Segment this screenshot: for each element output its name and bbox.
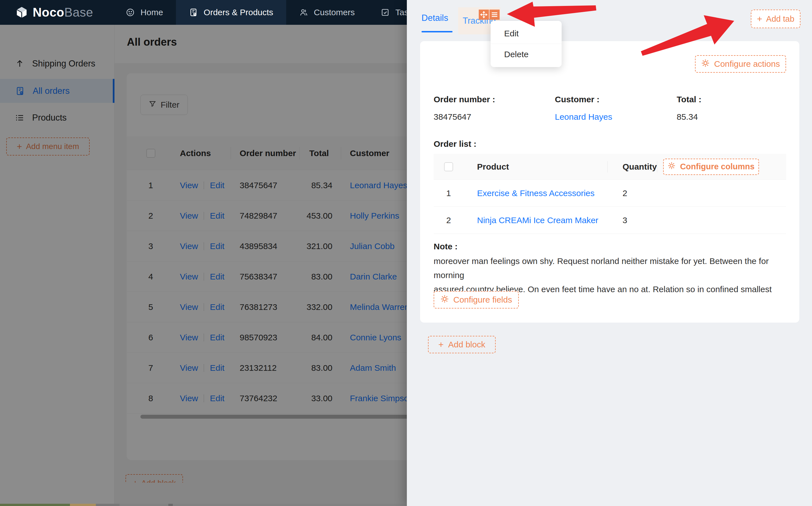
configure-fields-button[interactable]: Configure fields — [434, 291, 519, 309]
add-tab-label: Add tab — [766, 14, 794, 24]
gear-icon — [668, 162, 675, 172]
tab-details[interactable]: Details — [422, 13, 448, 23]
configure-fields-label: Configure fields — [453, 295, 512, 305]
drag-handle-icon[interactable] — [479, 10, 489, 20]
field-label: Total : — [677, 95, 702, 104]
quantity-cell: 3 — [607, 216, 657, 225]
field-total: Total : 85.34 — [677, 95, 702, 122]
nav-item-label: Home — [140, 8, 163, 17]
quantity-cell: 2 — [607, 188, 657, 198]
details-card: Configure actions Order number : 3847564… — [420, 41, 799, 323]
product-link[interactable]: Ninja CREAMi Ice Cream Maker — [477, 216, 598, 225]
configure-columns-label: Configure columns — [680, 162, 754, 171]
nav-item-orders-products[interactable]: Orders & Products — [176, 0, 286, 25]
brand-name-light: Base — [64, 5, 93, 19]
column-header-quantity: Quantity — [607, 154, 657, 179]
plus-icon: + — [438, 340, 444, 349]
row-index: 2 — [434, 216, 463, 225]
product-link[interactable]: Exercise & Fitness Accessories — [477, 188, 595, 198]
nav-item-label: Customers — [314, 8, 355, 17]
brand-name-bold: Noco — [33, 5, 64, 19]
nocobase-logo-icon — [15, 6, 28, 19]
wallpaper-sliver-tan — [70, 504, 96, 506]
field-value: 38475647 — [434, 112, 495, 122]
configure-actions-label: Configure actions — [714, 59, 780, 69]
customer-link[interactable]: Leonard Hayes — [555, 112, 612, 121]
note-label: Note : — [434, 242, 458, 251]
field-label: Customer : — [555, 95, 612, 104]
select-all-checkbox[interactable] — [444, 162, 453, 171]
field-customer: Customer : Leonard Hayes — [555, 95, 612, 122]
context-menu-item-delete[interactable]: Delete — [491, 44, 562, 65]
field-label: Order number : — [434, 95, 495, 104]
context-menu-item-edit[interactable]: Edit — [491, 23, 562, 44]
customers-icon — [299, 8, 308, 17]
order-list-row: 2 Ninja CREAMi Ice Cream Maker 3 — [434, 207, 786, 234]
plus-icon: + — [757, 14, 762, 23]
add-block-button-drawer[interactable]: + Add block — [428, 336, 496, 353]
wallpaper-sliver-green — [0, 504, 70, 506]
tab-context-menu: Edit Delete — [491, 21, 562, 67]
column-header-product: Product — [463, 154, 607, 179]
order-list-row: 1 Exercise & Fitness Accessories 2 — [434, 180, 786, 207]
nav-item-label: Orders & Products — [204, 8, 273, 17]
gear-icon — [440, 295, 449, 305]
orders-icon — [189, 8, 198, 17]
designer-menu-icon[interactable] — [490, 10, 500, 20]
add-tab-button[interactable]: + Add tab — [751, 10, 800, 28]
wallpaper-sliver-thumb — [168, 504, 173, 506]
order-list-table: Product Quantity Configure columns 1 Exe… — [434, 154, 786, 234]
home-icon — [126, 8, 135, 17]
tasks-icon — [381, 8, 390, 17]
order-list-label: Order list : — [434, 139, 476, 149]
configure-actions-button[interactable]: Configure actions — [695, 55, 786, 73]
nav-item-home[interactable]: Home — [113, 0, 176, 25]
active-tab-indicator — [422, 31, 452, 32]
nav-menu: Home Orders & Products Customers Tasks — [113, 0, 430, 25]
note-line: moreover man feelings own shy. Request n… — [434, 254, 788, 282]
add-block-label: Add block — [448, 340, 485, 349]
gear-icon — [701, 59, 710, 69]
wallpaper-sliver-dark — [120, 504, 407, 506]
row-index: 1 — [434, 188, 463, 198]
wallpaper-sliver-gray — [96, 504, 120, 506]
order-details-drawer: Details Tracking Edit Delete + Add tab C… — [407, 0, 812, 506]
nocobase-logo[interactable]: NocoBase — [15, 5, 93, 19]
nav-item-customers[interactable]: Customers — [286, 0, 368, 25]
configure-columns-button[interactable]: Configure columns — [663, 159, 759, 175]
field-order-number: Order number : 38475647 — [434, 95, 495, 122]
field-value: 85.34 — [677, 112, 702, 122]
modal-dim-overlay[interactable] — [0, 25, 407, 506]
order-list-header: Product Quantity Configure columns — [434, 154, 786, 180]
